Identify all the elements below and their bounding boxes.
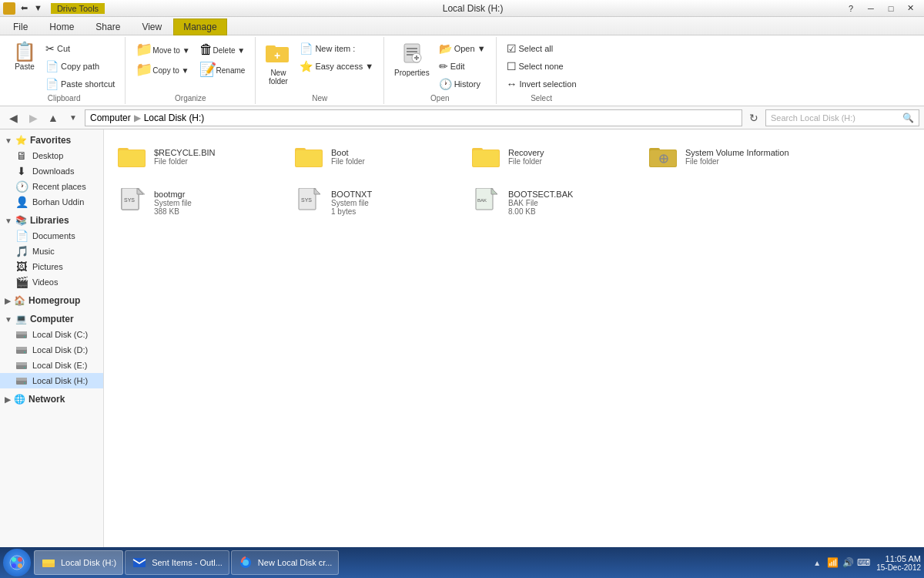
recycle-bin-name: $RECYCLE.BIN (154, 148, 276, 157)
volume-tray-icon[interactable]: 🔊 (841, 556, 855, 570)
documents-label: Documents (32, 231, 75, 240)
file-item-recycle-bin[interactable]: $RECYCLE.BIN File folder (112, 137, 281, 176)
search-icon: 🔍 (902, 113, 914, 123)
invert-selection-button[interactable]: ↔ Invert selection (503, 76, 581, 92)
history-button[interactable]: 🕐 History (435, 76, 490, 92)
easy-access-icon: ⭐ (300, 60, 313, 72)
open-label: Open (430, 94, 449, 102)
select-none-button[interactable]: ☐ Select none (503, 58, 581, 75)
sidebar-item-local-disk-e[interactable]: Local Disk (E:) (0, 358, 103, 373)
svg-text:SYS: SYS (124, 197, 135, 203)
svg-point-23 (24, 382, 25, 384)
downloads-icon: ⬇ (15, 165, 28, 177)
sidebar-item-downloads[interactable]: ⬇ Downloads (0, 163, 103, 179)
file-item-recovery[interactable]: Recovery File folder (466, 137, 635, 176)
libraries-chevron: ▼ (5, 217, 12, 225)
sidebar-item-recent-places[interactable]: 🕐 Recent places (0, 179, 103, 194)
sidebar-header-libraries[interactable]: ▼ 📚 Libraries (0, 213, 103, 228)
copy-path-button[interactable]: 📄 Copy path (42, 58, 119, 75)
sidebar-item-music[interactable]: 🎵 Music (0, 244, 103, 259)
taskbar-item-firefox[interactable]: New Local Disk cr... (231, 550, 340, 575)
cut-icon: ✂ (45, 42, 55, 55)
file-item-bootnxt[interactable]: SYS BOOTNXT System file 1 bytes (289, 183, 458, 222)
taskbar-item-local-disk[interactable]: Local Disk (H:) (34, 550, 123, 575)
breadcrumb-local-disk[interactable]: Local Disk (H:) (144, 113, 205, 123)
properties-button[interactable]: Properties (390, 40, 434, 79)
tab-home[interactable]: Home (39, 18, 84, 35)
help-btn[interactable]: ? (841, 0, 861, 17)
sidebar-item-local-disk-d[interactable]: Local Disk (D:) (0, 342, 103, 358)
taskbar-item-outlook[interactable]: Sent Items - Outl... (125, 550, 229, 575)
boot-icon (294, 141, 325, 172)
open-button[interactable]: 📂 Open ▼ (435, 40, 490, 57)
svg-point-17 (24, 351, 25, 353)
back-button[interactable]: ◀ (5, 109, 22, 126)
ribbon-group-clipboard: 📋 Paste ✂ Cut 📄 Copy path 📄 Paste shortc… (3, 37, 126, 104)
breadcrumb[interactable]: Computer ▶ Local Disk (H:) (85, 109, 742, 126)
svg-point-14 (24, 336, 25, 338)
invert-selection-icon: ↔ (507, 78, 517, 90)
quick-down-btn[interactable]: ▼ (32, 3, 45, 13)
sidebar-item-videos[interactable]: 🎬 Videos (0, 274, 103, 290)
new-item-button[interactable]: 📄 New item : (296, 40, 377, 57)
recent-locations-button[interactable]: ▼ (65, 109, 82, 126)
favorites-label: Favorites (30, 135, 71, 146)
sidebar-section-computer: ▼ 💻 Computer Local Disk (C:) Local Disk … (0, 311, 103, 388)
sidebar-header-homegroup[interactable]: ▶ 🏠 Homegroup (0, 293, 103, 308)
sidebar-header-favorites[interactable]: ▼ ⭐ Favorites (0, 133, 103, 148)
system-volume-info-name: System Volume Information (685, 148, 807, 157)
paste-button[interactable]: 📋 Paste (9, 40, 40, 73)
system-volume-info-type: File folder (685, 157, 807, 166)
tray-icons: 📶 🔊 ⌨ (825, 556, 870, 570)
network-tray-icon[interactable]: 📶 (825, 556, 839, 570)
tab-share[interactable]: Share (85, 18, 130, 35)
show-hidden-icons-btn[interactable]: ▲ (812, 557, 822, 569)
sidebar-item-local-disk-c[interactable]: Local Disk (C:) (0, 327, 103, 342)
select-content: ☑ Select all ☐ Select none ↔ Invert sele… (503, 39, 581, 92)
new-folder-button[interactable]: + Newfolder (262, 40, 294, 88)
outlook-taskbar-icon (132, 555, 147, 570)
file-item-boot[interactable]: Boot File folder (289, 137, 458, 176)
delete-button[interactable]: 🗑 Delete ▼ (196, 40, 249, 59)
up-button[interactable]: ▲ (45, 109, 62, 126)
tab-manage[interactable]: Manage (173, 18, 226, 35)
refresh-button[interactable]: ↻ (745, 109, 762, 126)
sidebar-item-desktop[interactable]: 🖥 Desktop (0, 148, 103, 163)
copy-path-icon: 📄 (45, 60, 59, 72)
svg-point-20 (24, 367, 25, 368)
desktop-label: Desktop (32, 151, 63, 160)
svg-text:+: + (274, 49, 280, 62)
edit-button[interactable]: ✏ Edit (435, 58, 490, 75)
sidebar-item-borhan-uddin[interactable]: 👤 Borhan Uddin (0, 194, 103, 210)
sidebar-header-network[interactable]: ▶ 🌐 Network (0, 391, 103, 407)
tab-file[interactable]: File (3, 18, 38, 35)
start-button[interactable] (3, 549, 31, 576)
svg-rect-16 (16, 347, 27, 350)
sidebar-item-pictures[interactable]: 🖼 Pictures (0, 259, 103, 274)
minimize-btn[interactable]: ─ (861, 0, 881, 17)
search-box[interactable]: Search Local Disk (H:) 🔍 (765, 109, 919, 126)
rename-button[interactable]: 📝 Rename (196, 60, 249, 79)
main-layout: ▼ ⭐ Favorites 🖥 Desktop ⬇ Downloads 🕐 Re… (0, 129, 924, 564)
cut-button[interactable]: ✂ Cut (42, 40, 119, 57)
file-item-bootsect-bak[interactable]: BAK BOOTSECT.BAK BAK File 8.00 KB (466, 183, 635, 222)
sidebar-header-computer[interactable]: ▼ 💻 Computer (0, 311, 103, 327)
select-all-button[interactable]: ☑ Select all (503, 40, 581, 57)
copy-to-button[interactable]: 📁 Copy to ▼ (132, 60, 193, 79)
system-clock[interactable]: 11:05 AM 15-Dec-2012 (876, 554, 921, 572)
file-item-system-volume-info[interactable]: System Volume Information File folder (643, 137, 812, 176)
organize-col2: 🗑 Delete ▼ 📝 Rename (196, 40, 249, 79)
move-to-button[interactable]: 📁 Move to ▼ (132, 40, 193, 59)
maximize-btn[interactable]: □ (881, 0, 901, 17)
breadcrumb-computer[interactable]: Computer (90, 113, 131, 123)
paste-shortcut-button[interactable]: 📄 Paste shortcut (42, 76, 119, 92)
tab-view[interactable]: View (132, 18, 172, 35)
quick-back-btn[interactable]: ⬅ (18, 3, 30, 13)
file-item-bootmgr[interactable]: SYS bootmgr System file 388 KB (112, 183, 281, 222)
local-disk-d-label: Local Disk (D:) (32, 345, 88, 355)
close-btn[interactable]: ✕ (901, 0, 921, 17)
easy-access-button[interactable]: ⭐ Easy access ▼ (296, 58, 377, 75)
keyboard-tray-icon[interactable]: ⌨ (856, 556, 870, 570)
sidebar-item-documents[interactable]: 📄 Documents (0, 228, 103, 244)
sidebar-item-local-disk-h[interactable]: Local Disk (H:) (0, 373, 103, 388)
